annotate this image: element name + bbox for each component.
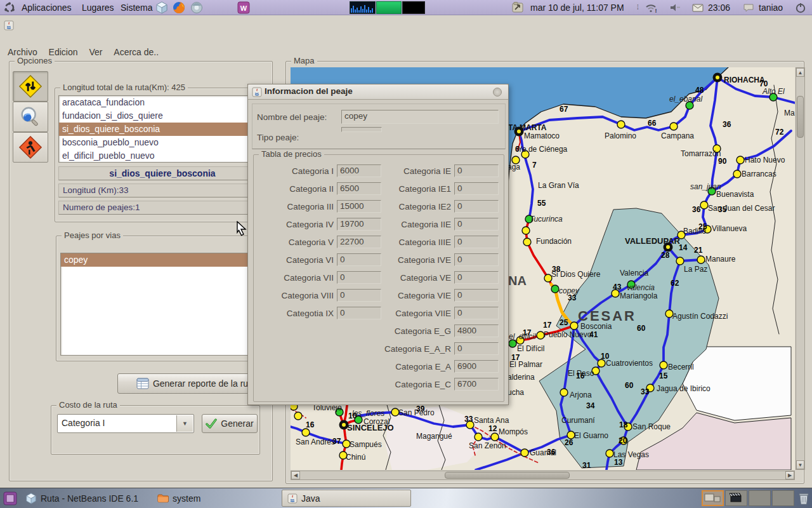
- menu-lugares[interactable]: Lugares: [79, 0, 117, 15]
- svg-text:Chinú: Chinú: [346, 453, 365, 462]
- netbeans-cube-icon: [25, 493, 37, 504]
- price-row-field[interactable]: 0: [454, 271, 499, 284]
- w-app-icon[interactable]: W: [237, 1, 250, 14]
- price-row-label: Categoria VII: [258, 273, 334, 283]
- price-row-label: Categoria III: [258, 202, 334, 211]
- black-monitor-applet[interactable]: [402, 1, 425, 14]
- system-monitor-applet[interactable]: [350, 1, 376, 14]
- svg-text:31: 31: [582, 461, 591, 470]
- show-desktop-button[interactable]: [3, 491, 17, 505]
- distributor-logo-icon[interactable]: [3, 1, 16, 14]
- svg-text:48: 48: [695, 86, 704, 95]
- svg-text:Jagua de Ibirico: Jagua de Ibirico: [657, 384, 710, 393]
- price-row-label: Categoria IE2: [375, 202, 451, 211]
- price-row-field[interactable]: 0: [454, 236, 499, 248]
- svg-text:35: 35: [718, 205, 727, 214]
- list-item[interactable]: bosconia_pueblo_nuevo: [59, 136, 266, 149]
- hscroll-thumb[interactable]: [445, 472, 570, 479]
- price-row-label: Categoria VE: [375, 273, 451, 283]
- price-row-field[interactable]: 0: [454, 289, 499, 302]
- menu-aplicaciones[interactable]: Aplicaciones: [19, 0, 74, 15]
- svg-text:Pueblo Nuevo: Pueblo Nuevo: [544, 330, 592, 339]
- clock-date[interactable]: mar 10 de jul, 11:07 PM: [530, 0, 624, 15]
- java-taskbar-icon: [287, 493, 298, 504]
- price-row-field[interactable]: 0: [454, 218, 499, 231]
- toll-type-widget[interactable]: [341, 127, 382, 132]
- scroll-right-button[interactable]: ▶: [785, 471, 794, 479]
- generate-report-button[interactable]: Generar reporte de la ru: [117, 373, 267, 394]
- price-row-field[interactable]: 0: [454, 182, 499, 195]
- clock-time[interactable]: 23:06: [708, 0, 730, 15]
- scroll-left-button[interactable]: ◀: [291, 471, 300, 479]
- list-item[interactable]: fundacion_si_dios_quiere: [59, 109, 266, 123]
- price-row-field[interactable]: 6700: [454, 378, 499, 391]
- svg-text:Tomarrazón: Tomarrazón: [681, 149, 721, 158]
- svg-text:17: 17: [511, 353, 520, 362]
- search-globe-icon: [18, 105, 43, 129]
- scroll-down-button[interactable]: ▼: [796, 460, 804, 469]
- toll-count-label: Numero de peajes:1: [58, 201, 266, 215]
- price-row-field[interactable]: 0: [454, 253, 499, 266]
- scroll-up-button[interactable]: ▲: [796, 68, 804, 77]
- categoria-combobox[interactable]: Categoria I ▼: [57, 414, 194, 433]
- mail-icon[interactable]: [691, 1, 704, 14]
- toll-tool-button[interactable]: [13, 132, 48, 163]
- workspace-3[interactable]: [749, 490, 771, 506]
- svg-text:36: 36: [723, 120, 731, 129]
- price-row-field[interactable]: 0: [454, 342, 499, 355]
- price-row-label: Categoria IIIE: [375, 237, 451, 247]
- list-item[interactable]: aracataca_fundacion: [59, 96, 266, 109]
- browser-globe-icon[interactable]: [190, 1, 203, 14]
- svg-text:San Andrés: San Andrés: [296, 438, 335, 446]
- toll-name-field[interactable]: copey: [341, 110, 499, 124]
- map-vscrollbar[interactable]: ▲ ▼: [796, 67, 805, 470]
- price-row-field[interactable]: 0: [454, 200, 499, 213]
- chat-bubble-icon[interactable]: [742, 1, 755, 14]
- list-item-selected[interactable]: si_dios_quiere_bosconia: [59, 123, 266, 136]
- search-tool-button[interactable]: [13, 102, 48, 132]
- svg-text:17: 17: [523, 328, 532, 337]
- volume-muted-icon[interactable]: [669, 1, 681, 14]
- file-transfer-icon[interactable]: [511, 1, 524, 14]
- svg-text:34: 34: [586, 401, 595, 410]
- price-row-label: Categoria II: [258, 184, 334, 194]
- dialog-close-button[interactable]: [493, 88, 502, 97]
- price-row-field[interactable]: 0: [454, 307, 499, 319]
- menu-ver[interactable]: Ver: [86, 45, 105, 59]
- two-way-route-tool-button[interactable]: [13, 71, 48, 102]
- price-row-field[interactable]: 0: [454, 164, 499, 177]
- toll-info-dialog: Informacion del peaje Nombre del peaje: …: [247, 84, 509, 405]
- opciones-group-label: Opciones: [15, 56, 55, 65]
- network-wifi-icon[interactable]: !: [645, 1, 657, 14]
- power-icon[interactable]: [794, 1, 807, 14]
- vscroll-thumb[interactable]: [797, 96, 804, 138]
- trash-icon[interactable]: [797, 491, 811, 506]
- green-monitor-applet[interactable]: [376, 1, 402, 14]
- svg-text:7: 7: [532, 161, 537, 170]
- workspace-4[interactable]: [772, 490, 794, 506]
- map-hscrollbar[interactable]: ◀ ▶: [291, 471, 795, 480]
- dialog-titlebar[interactable]: Informacion del peaje: [248, 84, 508, 100]
- list-item-selected[interactable]: copey: [61, 253, 264, 267]
- taskbar-window-system[interactable]: system: [152, 490, 222, 507]
- svg-text:alderina: alderina: [508, 373, 535, 382]
- menu-sistema[interactable]: Sistema: [118, 0, 155, 15]
- menu-acerca[interactable]: Acerca de..: [111, 45, 161, 59]
- route-segments-list[interactable]: aracataca_fundacion fundacion_si_dios_qu…: [58, 95, 266, 163]
- svg-text:NA: NA: [508, 274, 527, 288]
- combobox-dropdown-button[interactable]: ▼: [176, 415, 193, 432]
- taskbar-window-java[interactable]: Java: [282, 490, 411, 507]
- svg-text:16: 16: [576, 371, 585, 380]
- workspace-1[interactable]: [702, 490, 724, 506]
- firefox-icon[interactable]: [173, 1, 185, 14]
- list-item[interactable]: el_dificil_pueblo_nuevo: [59, 149, 266, 163]
- user-menu[interactable]: taniao: [759, 0, 783, 15]
- package-cube-icon[interactable]: [155, 1, 168, 14]
- price-row-field[interactable]: 4800: [454, 324, 499, 337]
- price-row-field[interactable]: 6900: [454, 360, 499, 373]
- generar-button[interactable]: Generar: [202, 414, 258, 433]
- tolls-list[interactable]: copey: [60, 253, 265, 356]
- taskbar-window-netbeans[interactable]: Ruta - NetBeans IDE 6.1: [20, 490, 147, 507]
- svg-text:W: W: [240, 4, 247, 12]
- workspace-2[interactable]: [725, 490, 747, 506]
